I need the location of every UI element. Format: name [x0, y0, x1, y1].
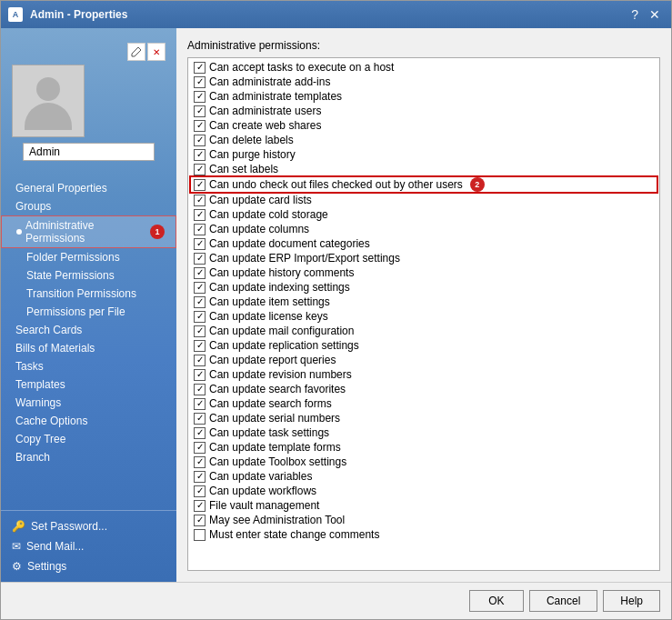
- permission-checkbox[interactable]: ✓: [194, 515, 206, 526]
- sidebar-item-search-cards[interactable]: Search Cards: [1, 321, 176, 339]
- permission-checkbox[interactable]: ✓: [194, 471, 206, 483]
- permission-checkbox[interactable]: ✓: [194, 91, 206, 103]
- dialog-window: A Admin - Properties ? ✕ ✕: [0, 0, 672, 620]
- permission-checkbox[interactable]: ✓: [194, 253, 206, 265]
- help-button-footer[interactable]: Help: [603, 590, 660, 612]
- permission-item[interactable]: ✓Can update search forms: [190, 396, 657, 411]
- permission-checkbox[interactable]: ✓: [194, 179, 206, 191]
- delete-icon[interactable]: ✕: [147, 43, 165, 61]
- permission-item[interactable]: ✓Can update mail configuration: [190, 324, 657, 338]
- nav-label: Templates: [15, 378, 65, 391]
- permission-checkbox[interactable]: ✓: [194, 442, 206, 454]
- permission-item[interactable]: ✓Can update history comments: [190, 265, 657, 280]
- permission-checkbox[interactable]: ✓: [194, 413, 206, 425]
- permission-item[interactable]: ✓Can update cold storage: [190, 207, 657, 222]
- settings-item[interactable]: ⚙ Settings: [12, 558, 165, 575]
- permission-item[interactable]: ✓May see Administration Tool: [190, 513, 657, 527]
- permissions-list[interactable]: ✓Can accept tasks to execute on a host✓C…: [187, 57, 660, 571]
- permission-item[interactable]: ✓Can update Toolbox settings: [190, 455, 657, 469]
- permission-checkbox[interactable]: ✓: [194, 311, 206, 323]
- sidebar-item-tasks[interactable]: Tasks: [1, 357, 176, 375]
- permission-item[interactable]: ✓Can update workflows: [190, 484, 657, 498]
- sidebar-item-templates[interactable]: Templates: [1, 375, 176, 394]
- permission-checkbox[interactable]: ✓: [194, 456, 206, 468]
- sidebar-item-permissions-per-file[interactable]: Permissions per File: [1, 303, 176, 321]
- permission-checkbox[interactable]: ✓: [194, 135, 206, 146]
- permission-item[interactable]: ✓Can update serial numbers: [190, 411, 657, 425]
- permission-item[interactable]: ✓File vault management: [190, 498, 657, 513]
- permission-checkbox[interactable]: ✓: [194, 195, 206, 206]
- permission-checkbox[interactable]: ✓: [194, 398, 206, 410]
- permission-item[interactable]: ✓Can set labels: [190, 162, 657, 176]
- sidebar-item-transition-permissions[interactable]: Transition Permissions: [1, 285, 176, 303]
- send-mail-item[interactable]: ✉ Send Mail...: [12, 538, 165, 555]
- permission-item[interactable]: ✓Can update columns: [190, 222, 657, 236]
- sidebar-item-folder-permissions[interactable]: Folder Permissions: [1, 248, 176, 266]
- user-name-field[interactable]: [23, 143, 155, 161]
- sidebar-item-branch[interactable]: Branch: [1, 448, 176, 466]
- permission-item[interactable]: ✓Can administrate users: [190, 104, 657, 118]
- sidebar-item-bills-of-materials[interactable]: Bills of Materials: [1, 339, 176, 357]
- permission-item[interactable]: ✓Can update license keys: [190, 309, 657, 324]
- permission-checkbox[interactable]: ✓: [194, 149, 206, 161]
- permission-item[interactable]: ✓Can update search favorites: [190, 382, 657, 396]
- permission-item[interactable]: ✓Can update template forms: [190, 440, 657, 455]
- permission-item[interactable]: ✓Can update task settings: [190, 425, 657, 440]
- set-password-item[interactable]: 🔑 Set Password...: [12, 518, 165, 535]
- permission-item[interactable]: ✓Can update report queries: [190, 353, 657, 367]
- permission-item[interactable]: ✓Can update card lists: [190, 193, 657, 207]
- permission-checkbox[interactable]: ✓: [194, 224, 206, 235]
- sidebar-item-warnings[interactable]: Warnings: [1, 394, 176, 412]
- permission-item[interactable]: ✓Can update replication settings: [190, 338, 657, 353]
- permission-checkbox[interactable]: ✓: [194, 267, 206, 279]
- sidebar-item-state-permissions[interactable]: State Permissions: [1, 266, 176, 285]
- settings-label: Settings: [27, 560, 66, 573]
- edit-icon[interactable]: [127, 43, 145, 61]
- permission-item[interactable]: ✓Can update item settings: [190, 295, 657, 309]
- permission-checkbox[interactable]: ✓: [194, 105, 206, 117]
- permission-checkbox[interactable]: ✓: [194, 384, 206, 395]
- sidebar-item-copy-tree[interactable]: Copy Tree: [1, 430, 176, 448]
- permission-checkbox[interactable]: ✓: [194, 369, 206, 381]
- permission-item[interactable]: ✓Can update revision numbers: [190, 367, 657, 382]
- permission-checkbox[interactable]: ✓: [194, 427, 206, 439]
- permission-checkbox[interactable]: ✓: [194, 296, 206, 308]
- permission-item[interactable]: Must enter state change comments: [190, 527, 657, 542]
- permission-item[interactable]: ✓Can undo check out files checked out by…: [190, 176, 657, 193]
- permission-checkbox[interactable]: ✓: [194, 238, 206, 250]
- permission-item[interactable]: ✓Can update variables: [190, 469, 657, 484]
- cancel-button[interactable]: Cancel: [529, 590, 597, 612]
- close-button[interactable]: ✕: [646, 8, 664, 21]
- permission-item[interactable]: ✓Can purge history: [190, 147, 657, 162]
- permission-checkbox[interactable]: ✓: [194, 355, 206, 366]
- permission-checkbox[interactable]: ✓: [194, 76, 206, 88]
- permission-item[interactable]: ✓Can administrate add-ins: [190, 75, 657, 89]
- nav-label: Permissions per File: [26, 305, 125, 318]
- sidebar-item-general-properties[interactable]: General Properties: [1, 179, 176, 197]
- permission-checkbox[interactable]: ✓: [194, 485, 206, 497]
- permission-checkbox[interactable]: ✓: [194, 282, 206, 294]
- nav-label: Copy Tree: [15, 433, 65, 445]
- permission-checkbox[interactable]: ✓: [194, 120, 206, 132]
- permission-checkbox[interactable]: [194, 529, 206, 541]
- sidebar-item-groups[interactable]: Groups: [1, 197, 176, 215]
- sidebar-item-administrative-permissions[interactable]: Administrative Permissions1: [1, 215, 176, 248]
- help-button[interactable]: ?: [627, 8, 642, 21]
- permission-checkbox[interactable]: ✓: [194, 164, 206, 175]
- permission-checkbox[interactable]: ✓: [194, 325, 206, 337]
- permission-checkbox[interactable]: ✓: [194, 500, 206, 512]
- permission-checkbox[interactable]: ✓: [194, 62, 206, 74]
- permission-checkbox[interactable]: ✓: [194, 340, 206, 352]
- ok-button[interactable]: OK: [469, 590, 524, 612]
- permission-label: Can update card lists: [209, 194, 312, 206]
- sidebar-item-cache-options[interactable]: Cache Options: [1, 412, 176, 430]
- permission-item[interactable]: ✓Can update document categories: [190, 236, 657, 251]
- permission-item[interactable]: ✓Can administrate templates: [190, 89, 657, 104]
- nav-label: Administrative Permissions: [25, 219, 146, 245]
- permission-item[interactable]: ✓Can accept tasks to execute on a host: [190, 60, 657, 75]
- permission-checkbox[interactable]: ✓: [194, 209, 206, 221]
- permission-item[interactable]: ✓Can update indexing settings: [190, 280, 657, 295]
- permission-item[interactable]: ✓Can delete labels: [190, 133, 657, 147]
- permission-item[interactable]: ✓Can create web shares: [190, 118, 657, 133]
- permission-item[interactable]: ✓Can update ERP Import/Export settings: [190, 251, 657, 265]
